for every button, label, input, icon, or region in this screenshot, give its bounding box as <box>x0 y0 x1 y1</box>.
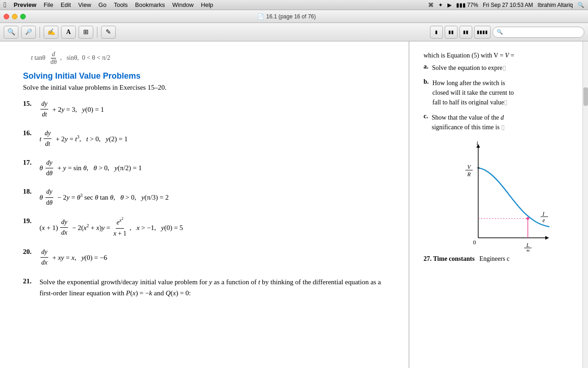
problem-17: 17. θ dydθ + y = sin θ, θ > 0, y(π/2) = … <box>23 158 390 179</box>
item-a-letter: a. <box>424 63 429 71</box>
right-item-c: c. Show that the value of the d signific… <box>424 113 579 132</box>
top-partial-equation: t tanθ ddθ , sinθ, 0 < θ < π/2 <box>23 51 390 66</box>
problem-16: 16. t dydt + 2y = t3, t > 0, y(2) = 1 <box>23 128 390 150</box>
problem-19-number: 19. <box>23 216 36 225</box>
page-view-4-button[interactable]: ▮▮▮▮ <box>474 26 491 39</box>
problem-21: 21. Solve the exponential growth/decay i… <box>23 276 390 299</box>
svg-text:i: i <box>476 141 478 146</box>
svg-text:R: R <box>526 248 530 252</box>
search-icon[interactable]: 🔍 <box>577 2 584 8</box>
page-view-1-button[interactable]: ▮ <box>430 26 443 39</box>
menu-help[interactable]: Help <box>201 1 213 8</box>
search-icon-toolbar: 🔍 <box>497 29 503 35</box>
select-text-button[interactable]: A <box>61 26 76 39</box>
right-bottom-text: 27. Time constants Engineers c <box>424 255 579 263</box>
menu-go[interactable]: Go <box>98 1 106 8</box>
scroll-thumb[interactable] <box>583 87 588 106</box>
left-page: t tanθ ddθ , sinθ, 0 < θ < π/2 Solving I… <box>0 41 409 368</box>
problem-19: 19. (x + 1) dydx − 2(x2 + x)y = ex2 x + … <box>23 216 390 239</box>
problem-27-text: Engineers c <box>480 255 510 262</box>
intro-text: Solve the initial value problems in Exer… <box>23 84 390 92</box>
right-item-a: a. Solve the equation to expre▯ <box>424 63 579 73</box>
problem-15-number: 15. <box>23 99 36 108</box>
menu-tools[interactable]: Tools <box>114 1 128 8</box>
page-view-3-button[interactable]: ▮▮ <box>459 26 472 39</box>
battery-status: ▮▮▮ 77% <box>456 2 478 8</box>
menu-preview[interactable]: Preview <box>14 1 36 8</box>
section-heading: Solving Initial Value Problems <box>23 71 390 81</box>
right-page: which is Equation (5) with V = V = a. So… <box>409 41 588 368</box>
svg-text:L: L <box>526 242 530 248</box>
menubar:  Preview File Edit View Go Tools Bookma… <box>0 0 588 10</box>
separator-1 <box>40 27 40 38</box>
page-view-2-button[interactable]: ▮▮ <box>445 26 458 39</box>
chart-container: i V R 0 L R I e <box>424 141 579 252</box>
search-box[interactable]: 🔍 <box>492 27 584 38</box>
svg-text:e: e <box>543 217 545 224</box>
problem-17-number: 17. <box>23 158 36 167</box>
content-area: t tanθ ddθ , sinθ, 0 < θ < π/2 Solving I… <box>0 41 588 368</box>
problem-18-number: 18. <box>23 187 36 196</box>
item-a-text: Solve the equation to expre▯ <box>432 63 506 73</box>
problem-20: 20. dydx + xy = x, y(0) = −6 <box>23 247 390 268</box>
minimize-button[interactable] <box>12 14 17 19</box>
right-item-b: b. How long after the switch is closed w… <box>424 78 579 107</box>
svg-text:V: V <box>467 164 471 170</box>
problem-18: 18. θ dydθ − 2y = θ3 sec θ tan θ, θ > 0,… <box>23 187 390 208</box>
problem-21-number: 21. <box>23 276 36 285</box>
right-top-content: which is Equation (5) with V = <box>424 52 503 59</box>
volume-icon: ▶ <box>447 2 452 8</box>
maximize-button[interactable] <box>20 14 26 19</box>
problem-17-content: θ dydθ + y = sin θ, θ > 0, y(π/2) = 1 <box>40 158 142 179</box>
grid-view-button[interactable]: ⊞ <box>79 26 93 39</box>
problem-16-content: t dydt + 2y = t3, t > 0, y(2) = 1 <box>40 128 128 150</box>
scrollbar[interactable] <box>582 41 588 368</box>
svg-point-17 <box>526 217 529 220</box>
problem-27-label: 27. Time constants <box>424 255 475 262</box>
svg-text:R: R <box>467 171 471 178</box>
wifi-icon: ⌘ <box>428 2 434 8</box>
bluetooth-icon: ✦ <box>438 2 443 8</box>
menu-window[interactable]: Window <box>172 1 193 8</box>
separator-2 <box>97 27 97 38</box>
main-window: 📄 16.1 (page 16 of 76) 🔍 🔎 ✍ A ⊞ ✎ ▮ ▮▮ … <box>0 10 588 368</box>
zoom-out-button[interactable]: 🔍 <box>4 26 18 39</box>
item-c-letter: c. <box>424 113 428 130</box>
problem-21-content: Solve the exponential growth/decay initi… <box>40 276 390 299</box>
close-button[interactable] <box>4 14 9 19</box>
problem-15: 15. dydt + 2y = 3, y(0) = 1 <box>23 99 390 120</box>
menu-view[interactable]: View <box>78 1 91 8</box>
apple-menu[interactable]:  <box>4 1 6 9</box>
menu-bookmarks[interactable]: Bookmarks <box>135 1 165 8</box>
username: Ibrahim Altariq <box>537 2 573 8</box>
document-icon: 📄 <box>257 13 264 20</box>
item-b-text: How long after the switch is closed will… <box>432 78 514 107</box>
battery-icon: ▮▮▮ <box>456 2 467 8</box>
svg-text:I: I <box>542 211 545 217</box>
right-top-text: which is Equation (5) with V = V = <box>424 51 579 60</box>
decay-chart: i V R 0 L R I e <box>451 141 552 252</box>
window-title: 📄 16.1 (page 16 of 76) <box>257 13 316 20</box>
battery-percent: 77% <box>467 2 478 8</box>
zoom-in-button[interactable]: 🔎 <box>21 26 36 39</box>
problem-19-content: (x + 1) dydx − 2(x2 + x)y = ex2 x + 1 , … <box>40 216 183 239</box>
annotate-button[interactable]: ✎ <box>101 26 116 39</box>
problem-20-content: dydx + xy = x, y(0) = −6 <box>40 247 107 268</box>
menu-edit[interactable]: Edit <box>61 1 71 8</box>
datetime: Fri Sep 27 10:53 AM <box>483 2 533 8</box>
svg-marker-3 <box>545 236 549 240</box>
toolbar: 🔍 🔎 ✍ A ⊞ ✎ ▮ ▮▮ ▮▮ ▮▮▮▮ 🔍 <box>0 23 588 41</box>
pan-tool-button[interactable]: ✍ <box>44 26 58 39</box>
item-b-letter: b. <box>424 78 429 105</box>
titlebar: 📄 16.1 (page 16 of 76) <box>0 10 588 23</box>
problem-20-number: 20. <box>23 247 36 256</box>
problem-16-number: 16. <box>23 128 36 137</box>
title-text: 16.1 (page 16 of 76) <box>266 13 316 20</box>
svg-text:0: 0 <box>473 239 476 246</box>
menu-file[interactable]: File <box>44 1 53 8</box>
problem-15-content: dydt + 2y = 3, y(0) = 1 <box>40 99 104 120</box>
problem-18-content: θ dydθ − 2y = θ3 sec θ tan θ, θ > 0, y(π… <box>40 187 169 208</box>
menubar-right: ⌘ ✦ ▶ ▮▮▮ 77% Fri Sep 27 10:53 AM Ibrahi… <box>428 2 584 8</box>
item-c-text: Show that the value of the d significanc… <box>432 113 505 132</box>
